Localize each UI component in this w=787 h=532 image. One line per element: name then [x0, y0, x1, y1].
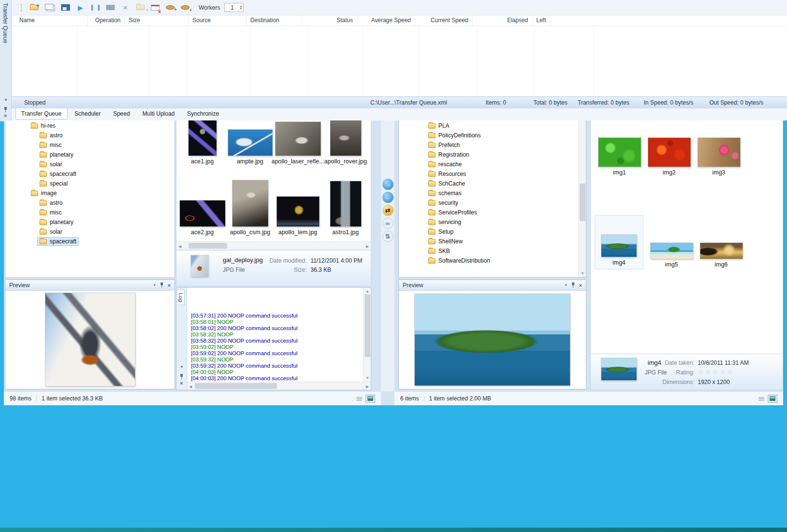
- file-item[interactable]: astro1.jpg: [322, 181, 369, 236]
- file-item[interactable]: img5: [647, 215, 696, 268]
- stop-icon[interactable]: [106, 5, 115, 10]
- pin-icon[interactable]: [160, 282, 163, 288]
- tree-item[interactable]: SKB: [399, 246, 586, 256]
- column-header[interactable]: Operation: [88, 15, 125, 26]
- file-item[interactable]: img2: [644, 130, 694, 176]
- tree-item[interactable]: servicing: [399, 217, 586, 227]
- pin-icon[interactable]: [180, 374, 183, 379]
- tree-item[interactable]: schemas: [399, 188, 586, 198]
- panel-menu-icon[interactable]: ▾: [565, 283, 567, 287]
- horizontal-scrollbar[interactable]: ◀▶: [176, 241, 371, 250]
- tree-item[interactable]: ShellNew: [399, 237, 586, 246]
- file-item-selected[interactable]: img4: [595, 215, 643, 269]
- link-panes-icon[interactable]: ∞: [382, 218, 394, 229]
- tree-item[interactable]: Registration: [399, 150, 586, 160]
- column-header[interactable]: Current Speed: [415, 15, 473, 26]
- remove-icon[interactable]: ×: [121, 3, 130, 12]
- queue-tab[interactable]: Speed: [108, 108, 136, 119]
- rating-stars[interactable]: ☆ ☆ ☆ ☆ ☆: [698, 368, 733, 375]
- queue-tab[interactable]: Synchronize: [182, 108, 224, 119]
- tree-item[interactable]: planetary: [5, 217, 175, 227]
- add-worker-icon[interactable]: [166, 5, 175, 10]
- log-tab[interactable]: Log: [177, 290, 185, 305]
- tree-item[interactable]: solar: [5, 160, 175, 169]
- column-header[interactable]: Left: [532, 15, 550, 26]
- details-view-icon[interactable]: [757, 395, 766, 402]
- thumbnails-view-icon[interactable]: [366, 395, 375, 403]
- queue-table-body[interactable]: [12, 26, 787, 96]
- tree-item[interactable]: misc: [5, 140, 175, 150]
- details-view-icon[interactable]: [355, 395, 364, 402]
- tree-item[interactable]: special: [5, 179, 175, 188]
- scrollbar-thumb[interactable]: [189, 243, 227, 249]
- tree-item[interactable]: ServiceProfiles: [399, 208, 586, 217]
- upload-arrow-icon[interactable]: →: [382, 179, 394, 190]
- column-header[interactable]: Destination: [246, 15, 302, 26]
- remove-worker-icon[interactable]: [181, 5, 190, 10]
- tree-item[interactable]: Resources: [399, 169, 586, 179]
- queue-tab[interactable]: Scheduler: [69, 108, 106, 119]
- close-icon[interactable]: ×: [4, 113, 7, 119]
- tree-item[interactable]: rescache: [399, 160, 586, 169]
- tree-item[interactable]: hi-res: [5, 121, 175, 131]
- tree-item[interactable]: PLA: [399, 121, 586, 131]
- scrollbar-thumb[interactable]: [365, 294, 370, 357]
- tree-item[interactable]: PolicyDefinitions: [399, 131, 586, 140]
- log-output[interactable]: [03:57:31] 200 NOOP command successful[0…: [187, 288, 363, 382]
- pin-icon[interactable]: [4, 107, 7, 112]
- file-item[interactable]: img3: [694, 130, 744, 176]
- remove-schedule-icon[interactable]: [151, 5, 160, 11]
- tree-item[interactable]: spacecraft: [5, 237, 175, 246]
- file-item[interactable]: img6: [696, 215, 746, 268]
- save-queue-icon[interactable]: [61, 4, 70, 11]
- panel-menu-icon[interactable]: ▼: [4, 98, 8, 102]
- close-icon[interactable]: ×: [180, 380, 183, 386]
- panel-menu-icon[interactable]: ▼: [180, 365, 184, 369]
- thumbnails-view-icon[interactable]: [768, 395, 777, 403]
- tree-item[interactable]: image: [5, 188, 175, 198]
- file-item[interactable]: ampte.jpg: [226, 130, 274, 165]
- column-header[interactable]: Average Speed: [357, 15, 415, 26]
- scrollbar-thumb[interactable]: [195, 383, 277, 389]
- column-header[interactable]: Status: [302, 15, 357, 26]
- tree-item[interactable]: solar: [5, 227, 175, 237]
- sync-navigation-icon[interactable]: ⇅: [382, 231, 394, 242]
- pause-icon[interactable]: [91, 5, 100, 11]
- tree-item[interactable]: SoftwareDistribution: [399, 256, 586, 266]
- tree-item[interactable]: Prefetch: [399, 140, 586, 150]
- panel-menu-icon[interactable]: ▾: [154, 283, 156, 287]
- file-item[interactable]: apollo_lem.jpg: [274, 197, 322, 236]
- tree-item[interactable]: spacecraft: [5, 169, 175, 179]
- column-header[interactable]: Name: [15, 15, 88, 26]
- tree-item[interactable]: misc: [5, 208, 175, 217]
- tree-item[interactable]: astro: [5, 198, 175, 208]
- tree-item[interactable]: astro: [5, 131, 175, 140]
- download-arrow-icon[interactable]: ←: [382, 192, 394, 203]
- open-queue-icon[interactable]: [30, 5, 39, 10]
- stepper-arrows-icon[interactable]: ▲▼: [240, 5, 244, 10]
- add-items-icon[interactable]: [45, 4, 54, 10]
- file-item[interactable]: apollo_laser_refle...: [274, 122, 322, 165]
- file-item[interactable]: ace2.jpg: [178, 200, 226, 236]
- close-icon[interactable]: ×: [579, 282, 582, 288]
- file-item[interactable]: img1: [595, 130, 644, 176]
- tree-item[interactable]: Setup: [399, 227, 586, 237]
- column-header[interactable]: Source: [189, 15, 246, 26]
- scrollbar-thumb[interactable]: [580, 184, 585, 221]
- vertical-scrollbar[interactable]: ▲▼: [363, 288, 371, 382]
- column-header[interactable]: Size: [125, 15, 189, 26]
- horizontal-scrollbar[interactable]: ◀▶: [187, 382, 371, 390]
- folder-options-icon[interactable]: [136, 5, 145, 10]
- queue-tab[interactable]: Transfer Queue: [15, 108, 68, 120]
- workers-stepper[interactable]: 1 ▲▼: [224, 3, 244, 12]
- pin-icon[interactable]: [571, 282, 575, 288]
- tree-item[interactable]: SchCache: [399, 179, 586, 188]
- file-item[interactable]: apollo_csm.jpg: [226, 180, 274, 236]
- tree-item[interactable]: security: [399, 198, 586, 208]
- start-icon[interactable]: ▶: [76, 3, 85, 12]
- tree-item[interactable]: planetary: [5, 150, 175, 160]
- close-icon[interactable]: ×: [168, 282, 171, 288]
- transfer-folder-icon[interactable]: ⇄: [382, 205, 394, 216]
- column-header[interactable]: Elapsed: [473, 15, 532, 26]
- queue-tab[interactable]: Multi Upload: [137, 108, 180, 119]
